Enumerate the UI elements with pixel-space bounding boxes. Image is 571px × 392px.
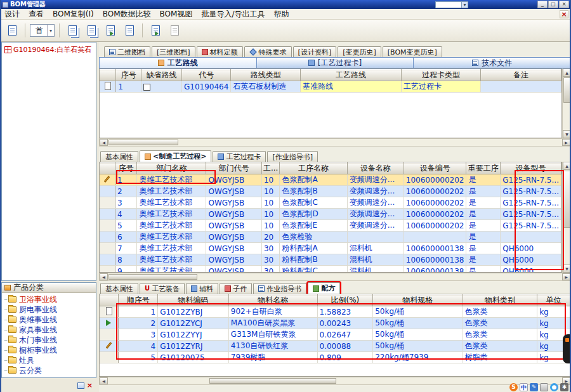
close-button[interactable]: × bbox=[559, 1, 569, 8]
tab-basic-properties[interactable]: 基本属性 bbox=[100, 151, 138, 162]
tab-design-data[interactable]: [设计资料] bbox=[293, 46, 337, 57]
minimize-button[interactable]: _ bbox=[537, 1, 548, 8]
tab-process-route[interactable]: 工艺路线 bbox=[99, 57, 257, 69]
tab-auxiliary-materials[interactable]: 辅料 bbox=[186, 283, 218, 294]
menu-design[interactable]: 设计 bbox=[0, 9, 24, 20]
table-row[interactable]: 2G1012ZYCJMA100自研炭黑浆0.0024350kg/桶色浆类kg bbox=[100, 318, 570, 329]
tab-technical-documents[interactable]: 技术文件 bbox=[414, 57, 571, 69]
titlebar[interactable]: BOM管理器 ▾ _ □ × bbox=[0, 0, 571, 9]
tab-manufacturing-process[interactable]: <制造工艺过程> bbox=[140, 150, 211, 162]
tab-change-history[interactable]: [变更历史] bbox=[338, 46, 381, 57]
tab-bom-change-history[interactable]: [BOM变更历史] bbox=[383, 46, 442, 57]
column-header[interactable]: 部门名称 bbox=[137, 163, 206, 174]
table-row[interactable]: 2奥维工艺技术部OWGYJSB10色浆配制B变频调速分...1006000002… bbox=[100, 186, 561, 197]
tab-special-requirements[interactable]: 特殊要求 bbox=[244, 46, 292, 57]
chevron-down-icon[interactable]: ▾ bbox=[461, 2, 468, 8]
chinese-ime-icon[interactable]: 中 bbox=[520, 383, 528, 391]
tab-material-quota[interactable]: 材料定额 bbox=[197, 46, 243, 57]
scrollbar-thumb[interactable] bbox=[108, 140, 178, 145]
default-route-checkbox[interactable] bbox=[143, 84, 150, 91]
column-header[interactable]: 物料规格 bbox=[373, 295, 463, 306]
table-row[interactable]: 5奥维工艺技术部OWGYJSB10色浆配制E变频调速分...1006000002… bbox=[100, 220, 561, 232]
column-header[interactable]: 物料编码 bbox=[158, 295, 229, 306]
column-header[interactable]: 单位 bbox=[537, 295, 570, 306]
user-icon[interactable]: ● bbox=[550, 383, 558, 391]
tab-formula[interactable]: 配方 bbox=[308, 282, 340, 294]
table-row[interactable]: 9奥维工艺技术部OWGYJSB30粉料配制C混料机100600000138是QH… bbox=[100, 266, 561, 273]
column-header[interactable]: 比例(%) bbox=[317, 295, 373, 306]
copy-button[interactable] bbox=[64, 22, 81, 39]
column-header[interactable]: 序号 bbox=[116, 70, 141, 81]
product-category-header[interactable]: 产品分类 bbox=[2, 283, 96, 293]
tab-process-equipment[interactable]: U工艺装备 bbox=[140, 283, 185, 294]
table-row[interactable]: 6奥维工艺技术部OWGYJSB20色浆检验是 bbox=[100, 232, 561, 243]
column-header[interactable]: 工艺路线 bbox=[301, 70, 402, 81]
table-row[interactable]: 4G1012ZYRJ4130自研铁红浆0.0008850kg/桶色浆类kg bbox=[100, 341, 570, 352]
settings-icon[interactable]: ✱ bbox=[560, 383, 568, 391]
tab-process-card-detail[interactable]: 工艺过程卡 bbox=[213, 151, 266, 162]
maximize-button[interactable]: □ bbox=[548, 1, 558, 8]
column-header[interactable]: 序号 bbox=[115, 163, 136, 174]
table-row[interactable]: 8奥维工艺技术部OWGYJSB30粉料配制B混料机100600000138是QH… bbox=[100, 254, 561, 266]
zoom-combo[interactable]: ▾ bbox=[435, 1, 468, 8]
handwriting-icon[interactable]: ✎ bbox=[530, 383, 538, 391]
column-header[interactable]: 备注 bbox=[481, 70, 561, 81]
tab-basic-properties-2[interactable]: 基本属性 bbox=[100, 283, 138, 294]
column-header[interactable]: 路线类型 bbox=[231, 70, 301, 81]
category-item-bathroom[interactable]: 卫浴事业线 bbox=[8, 294, 96, 304]
column-header[interactable]: 设备名称 bbox=[347, 163, 404, 174]
tab-process-card[interactable]: [工艺过程卡] bbox=[257, 57, 414, 69]
scroll-left-button[interactable]: ◀ bbox=[100, 139, 108, 146]
bom-tree-panel[interactable]: G10190464:白羊石英石 bbox=[1, 42, 96, 281]
new-document-button[interactable] bbox=[4, 22, 20, 39]
menu-bom-copy[interactable]: BOM复制(I) bbox=[48, 9, 98, 20]
table-row[interactable]: 3G1012ZYYJG313M自研铁黄浆0.0264750kg/桶色浆类kg bbox=[100, 329, 570, 341]
paste-button[interactable] bbox=[102, 22, 119, 39]
chevron-down-icon[interactable]: ▾ bbox=[47, 25, 52, 36]
menu-help[interactable]: 帮助 bbox=[269, 9, 293, 20]
tree-root-item[interactable]: G10190464:白羊石英石 bbox=[2, 42, 96, 55]
category-item-stove[interactable]: 灶具 bbox=[8, 355, 96, 365]
formula-table[interactable]: 顺序号物料编码物料名称比例(%)物料规格物料类别单位1G1012ZYBJ902+… bbox=[100, 294, 570, 363]
tab-subparts[interactable]: 子件 bbox=[220, 283, 252, 294]
category-item-wood-door[interactable]: 木门事业线 bbox=[8, 335, 96, 345]
grid-view-icon[interactable] bbox=[77, 382, 84, 389]
column-header[interactable]: 设备型号 bbox=[501, 163, 561, 174]
duplicate-button[interactable] bbox=[83, 22, 100, 39]
table-row[interactable]: 1G10190464石英石板材制造基准路线工艺过程卡 bbox=[100, 81, 561, 93]
column-header[interactable]: 缺省路线 bbox=[141, 70, 182, 81]
home-button[interactable]: 首▾ bbox=[30, 24, 55, 37]
column-header[interactable]: 代号 bbox=[182, 70, 231, 81]
close-panel-icon[interactable]: × bbox=[87, 382, 93, 389]
menu-batch-import-export[interactable]: 批量导入/导出工具 bbox=[197, 9, 269, 20]
import-button[interactable] bbox=[121, 22, 138, 39]
export-button[interactable] bbox=[147, 22, 164, 39]
table-row[interactable]: 7奥维工艺技术部OWGYJSB30粉料配制A混料机100600000138是QH… bbox=[100, 243, 561, 254]
scroll-left-button[interactable]: ◀ bbox=[100, 273, 108, 280]
table-row[interactable]: 3奥维工艺技术部OWGYJSB10色浆配制C变频调速分...1006000002… bbox=[100, 197, 561, 209]
keyboard-icon[interactable] bbox=[540, 383, 548, 391]
table-row[interactable]: 4奥维工艺技术部OWGYJSB10色浆配制D变频调速分...1006000002… bbox=[100, 209, 561, 220]
category-item-furniture[interactable]: 家具事业线 bbox=[8, 325, 96, 335]
column-header[interactable]: 过程卡类型 bbox=[401, 70, 480, 81]
table-row[interactable]: 5G101200757939树脂0.809220kg/桶7939树脂类kg bbox=[100, 352, 570, 363]
table-row[interactable]: 1G1012ZYBJ902+自研白浆1.5882350kg/桶色浆类kg bbox=[100, 306, 570, 318]
menu-view[interactable]: 查看 bbox=[24, 9, 48, 20]
horizontal-scrollbar[interactable]: ◀ ▶ bbox=[99, 377, 571, 385]
route-table[interactable]: 序号缺省路线代号路线类型工艺路线过程卡类型备注1G10190464石英石板材制造… bbox=[100, 69, 561, 93]
tab-work-instructions-2[interactable]: 作业指导书 bbox=[253, 283, 306, 294]
column-header[interactable]: 设备编号 bbox=[404, 163, 466, 174]
column-header[interactable]: 物料类别 bbox=[463, 295, 537, 306]
tab-2d-drawing[interactable]: 二维图档 bbox=[104, 46, 150, 57]
tab-3d-drawing[interactable]: [三维图档] bbox=[152, 46, 195, 57]
print-button[interactable] bbox=[166, 22, 183, 39]
column-header[interactable]: 物料名称 bbox=[228, 295, 317, 306]
horizontal-scrollbar[interactable]: ◀ ▶ bbox=[99, 273, 571, 281]
process-table[interactable]: 序号部门名称部门代号工...工序名称设备名称设备编号重要工序设备型号1奥维工艺技… bbox=[100, 162, 561, 273]
scrollbar-thumb[interactable] bbox=[209, 378, 336, 384]
category-item-aowei[interactable]: 奥维事业线 bbox=[8, 315, 96, 325]
sogou-input-icon[interactable]: S bbox=[509, 383, 518, 391]
column-header[interactable]: 重要工序 bbox=[466, 163, 501, 174]
column-header[interactable]: 部门代号 bbox=[206, 163, 261, 174]
close-document-button[interactable]: × bbox=[560, 10, 568, 18]
